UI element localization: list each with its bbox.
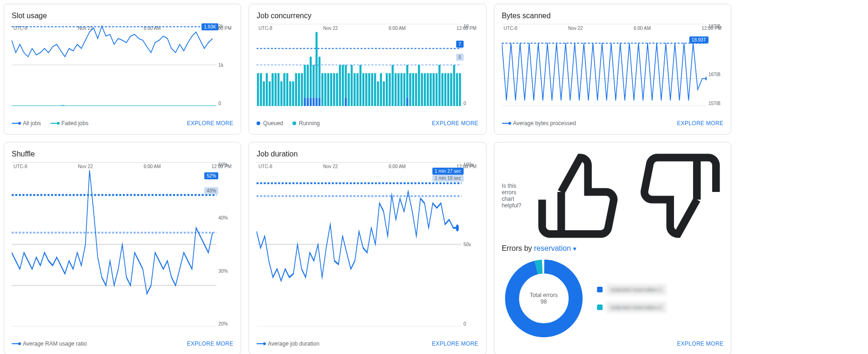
svg-rect-16	[280, 81, 282, 106]
svg-rect-50	[360, 65, 361, 106]
svg-rect-83	[453, 65, 455, 106]
y-axis: 100s 50s 0	[464, 162, 479, 326]
svg-rect-79	[442, 73, 444, 106]
svg-rect-12	[269, 81, 271, 106]
feedback-text: Is this errors chart helpful?	[502, 183, 529, 209]
svg-rect-71	[418, 65, 420, 106]
svg-rect-73	[424, 73, 426, 106]
svg-rect-48	[354, 73, 355, 106]
chart-plot-area: 10 0 7 5 UTC-8Nov 226:00 AM12:00 PM	[257, 24, 478, 114]
svg-point-102	[456, 224, 459, 231]
svg-rect-65	[403, 73, 405, 106]
legend: Average job duration	[257, 340, 319, 347]
reference-badge-low: 43%	[204, 187, 218, 194]
legend-label-redacted: redacted-reservation-2	[606, 302, 667, 312]
legend: Queued Running	[257, 120, 319, 127]
svg-rect-25	[304, 98, 306, 106]
svg-rect-85	[459, 73, 461, 106]
legend-label-redacted: redacted-reservation-1	[606, 284, 667, 295]
svg-rect-24	[304, 65, 306, 98]
svg-rect-72	[421, 73, 423, 106]
svg-rect-18	[286, 73, 288, 106]
svg-rect-32	[316, 32, 318, 98]
svg-rect-31	[313, 98, 315, 106]
explore-more-link[interactable]: EXPLORE MORE	[432, 340, 479, 347]
y-axis: 2k 1k 0	[218, 24, 233, 106]
reference-badge-low: 1 min 19 sec	[432, 175, 464, 182]
reference-badge-high: 1 min 27 sec	[432, 168, 464, 175]
svg-rect-26	[307, 65, 309, 98]
thumbs-down-icon[interactable]	[632, 150, 723, 241]
donut-chart: Total errors 98	[502, 256, 586, 340]
card-bytes-scanned: Bytes scanned 18TiB 16TiB 15TiB 18.93T U…	[494, 4, 731, 135]
svg-rect-23	[301, 73, 303, 106]
svg-rect-33	[316, 98, 318, 106]
svg-rect-55	[374, 73, 376, 106]
svg-rect-38	[327, 73, 329, 106]
y-axis: 60% 40% 30% 20%	[218, 162, 233, 326]
card-title: Errors by reservation▼	[502, 244, 723, 253]
legend: Average RAM usage ratio	[12, 340, 87, 347]
svg-rect-19	[289, 81, 291, 106]
svg-rect-36	[321, 73, 323, 106]
svg-rect-10	[263, 81, 265, 106]
card-title: Slot usage	[12, 12, 233, 20]
svg-rect-53	[368, 73, 370, 106]
legend: All jobs Failed jobs	[12, 120, 89, 127]
svg-rect-56	[377, 81, 379, 106]
svg-rect-68	[410, 73, 411, 106]
thumbs-up-icon[interactable]	[535, 150, 626, 241]
svg-rect-35	[319, 98, 320, 106]
svg-rect-42	[339, 65, 341, 106]
reference-badge-low: 5	[456, 54, 464, 61]
svg-rect-49	[357, 73, 359, 106]
chart-plot-area: 60% 40% 30% 20% 52% 43% UTC-8Nov 226:00 …	[12, 162, 233, 335]
card-title: Bytes scanned	[502, 12, 723, 20]
chart-plot-area: 18TiB 16TiB 15TiB 18.93T UTC-8Nov 226:00…	[502, 24, 723, 114]
explore-more-link[interactable]: EXPLORE MORE	[677, 120, 723, 127]
svg-rect-15	[278, 73, 279, 106]
svg-rect-74	[427, 73, 429, 106]
svg-rect-78	[438, 65, 440, 106]
svg-rect-46	[348, 73, 350, 106]
svg-rect-30	[313, 65, 315, 98]
y-axis: 18TiB 16TiB 15TiB	[708, 24, 723, 106]
errors-groupby-dropdown[interactable]: reservation▼	[534, 244, 577, 252]
legend: Average bytes processed	[502, 120, 576, 127]
svg-point-90	[705, 77, 707, 81]
svg-rect-52	[365, 73, 367, 106]
svg-rect-28	[310, 57, 312, 98]
svg-rect-57	[380, 73, 382, 106]
card-job-duration: Job duration 100s 50s 0 1 min 27 sec 1 m…	[249, 142, 486, 354]
svg-rect-39	[330, 73, 332, 106]
card-slot-usage: Slot usage 2k 1k 0 1.93K UTC-8Nov 226:00…	[4, 4, 241, 135]
svg-rect-63	[398, 73, 400, 106]
explore-more-link[interactable]: EXPLORE MORE	[432, 120, 479, 127]
card-title: Job concurrency	[257, 12, 478, 20]
svg-rect-64	[401, 73, 403, 106]
explore-more-link[interactable]: EXPLORE MORE	[187, 120, 234, 127]
donut-center-label: Total errors	[530, 292, 558, 298]
svg-rect-29	[310, 98, 312, 106]
y-axis: 10 0	[464, 24, 479, 106]
svg-rect-81	[447, 73, 449, 106]
svg-rect-67	[406, 98, 408, 106]
svg-rect-54	[371, 73, 373, 106]
svg-rect-58	[383, 81, 385, 106]
svg-rect-41	[336, 73, 338, 106]
svg-rect-9	[260, 73, 262, 106]
reference-badge: 18.93T	[689, 36, 708, 43]
svg-rect-47	[351, 65, 353, 106]
card-title: Job duration	[257, 150, 478, 158]
svg-rect-13	[272, 73, 274, 106]
svg-rect-59	[386, 73, 388, 106]
svg-rect-84	[456, 73, 458, 106]
svg-rect-45	[345, 98, 347, 106]
explore-more-link[interactable]: EXPLORE MORE	[677, 340, 723, 347]
svg-rect-27	[307, 98, 309, 106]
reference-badge-high: 52%	[204, 172, 218, 179]
reference-badge-high: 7	[456, 41, 464, 48]
chart-plot-area: 100s 50s 0 1 min 27 sec 1 min 19 sec UTC…	[257, 162, 478, 335]
explore-more-link[interactable]: EXPLORE MORE	[187, 340, 234, 347]
card-title: Shuffle	[12, 150, 233, 158]
